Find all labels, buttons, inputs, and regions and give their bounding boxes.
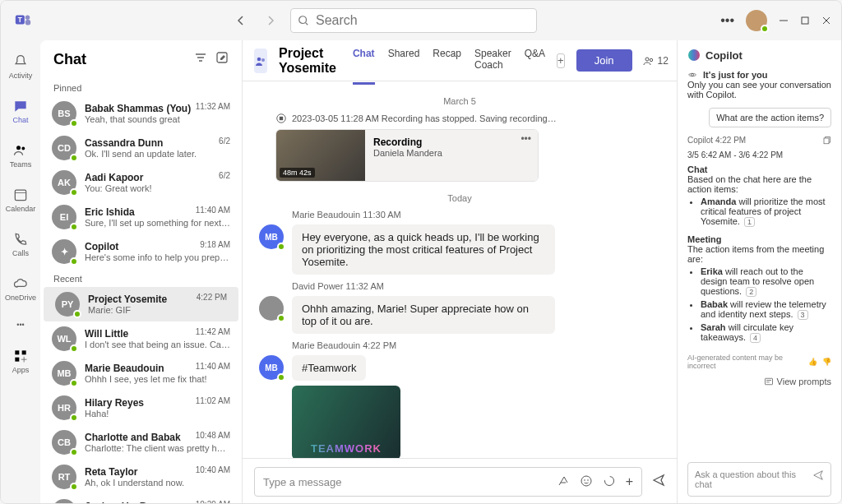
window-close-button[interactable] bbox=[821, 16, 831, 25]
recent-label: Recent bbox=[40, 269, 242, 287]
copy-button[interactable] bbox=[821, 136, 831, 147]
msg-meta: Marie Beaudouin 11:30 AM bbox=[292, 210, 660, 220]
time-range: 3/5 6:42 AM - 3/6 4:22 PM bbox=[687, 150, 831, 160]
tab-speaker-coach[interactable]: Speaker Coach bbox=[474, 36, 511, 85]
view-prompts-button[interactable]: View prompts bbox=[687, 377, 831, 386]
copilot-send-button[interactable] bbox=[812, 469, 824, 489]
search-icon bbox=[298, 15, 309, 26]
action-item: Babak will review the telemetry and iden… bbox=[701, 299, 831, 320]
tab-shared[interactable]: Shared bbox=[388, 36, 420, 85]
rail-calls[interactable]: Calls bbox=[1, 223, 40, 266]
avatar: MB bbox=[259, 224, 284, 249]
svg-rect-25 bbox=[824, 138, 829, 144]
rail-activity[interactable]: Activity bbox=[1, 45, 40, 88]
ai-disclaimer: AI-generated content may be incorrect bbox=[687, 354, 803, 370]
user-avatar[interactable] bbox=[746, 10, 767, 31]
tab-q&a[interactable]: Q&A bbox=[525, 36, 545, 85]
msg-meta: David Power 11:32 AM bbox=[292, 281, 660, 291]
tab-chat[interactable]: Chat bbox=[353, 36, 375, 85]
thumbs-down-button[interactable]: 👎 bbox=[822, 358, 831, 366]
chat-list-item[interactable]: AKAadi KapoorYou: Great work!6/2 bbox=[40, 165, 242, 200]
chat-list-item[interactable]: CBCharlotte and BabakCharlotte: The clie… bbox=[40, 425, 242, 460]
svg-point-2 bbox=[25, 16, 30, 20]
join-button[interactable]: Join bbox=[576, 49, 632, 72]
chat-list-item[interactable]: RTReta TaylorAh, ok I understand now.10:… bbox=[40, 460, 242, 494]
svg-point-4 bbox=[299, 16, 307, 24]
avatar: JV bbox=[52, 499, 76, 504]
avatar: ✦ bbox=[52, 239, 76, 264]
cloud-icon bbox=[12, 275, 29, 292]
rail-teams[interactable]: Teams bbox=[1, 134, 40, 177]
svg-point-21 bbox=[587, 479, 589, 481]
chat-list-item[interactable]: JVJoshua VanBurenThanks for reviewing!10… bbox=[40, 494, 242, 504]
nav-back-button[interactable] bbox=[229, 9, 252, 32]
chat-list-item[interactable]: WLWill LittleI don't see that being an i… bbox=[40, 321, 242, 356]
rail-chat[interactable]: Chat bbox=[1, 90, 40, 132]
add-tab-button[interactable]: + bbox=[557, 53, 565, 68]
search-placeholder: Search bbox=[316, 13, 358, 28]
thumbs-up-button[interactable]: 👍 bbox=[808, 358, 817, 366]
rail-more[interactable]: ••• bbox=[1, 312, 40, 338]
svg-rect-18 bbox=[280, 117, 283, 120]
filter-button[interactable] bbox=[194, 51, 207, 68]
chat-list-item[interactable]: PYProject YosemiteMarie: GIF4:22 PM bbox=[44, 287, 238, 321]
recording-more-button[interactable]: ••• bbox=[520, 133, 531, 145]
format-button[interactable] bbox=[557, 474, 570, 490]
rail-calendar[interactable]: Calendar bbox=[1, 178, 40, 221]
day-separator: March 5 bbox=[259, 96, 660, 106]
svg-rect-3 bbox=[25, 20, 30, 25]
gif-attachment[interactable]: TEAMWORK bbox=[292, 386, 400, 458]
action-item: Amanda Amanda will prioritize the most c… bbox=[701, 197, 831, 227]
avatar: CB bbox=[52, 430, 76, 455]
send-button[interactable] bbox=[652, 474, 665, 490]
chat-title: Chat bbox=[53, 51, 86, 68]
message-bubble: Ohhh amazing, Marie! Super appreciate ho… bbox=[292, 296, 555, 334]
chat-list-item[interactable]: HRHilary ReyesHaha!11:02 AM bbox=[40, 391, 242, 425]
copilot-title: Copilot bbox=[687, 49, 831, 62]
recording-thumbnail: 48m 42s bbox=[276, 130, 365, 181]
svg-point-16 bbox=[650, 58, 652, 61]
compose-button[interactable] bbox=[215, 51, 229, 68]
avatar: BS bbox=[52, 101, 76, 126]
svg-rect-10 bbox=[22, 350, 26, 354]
window-minimize-button[interactable] bbox=[779, 16, 789, 25]
copilot-input[interactable]: Ask a question about this chat bbox=[687, 462, 831, 497]
tab-recap[interactable]: Recap bbox=[433, 36, 461, 85]
svg-text:T: T bbox=[18, 16, 22, 24]
message-bubble: Hey everyone, as a quick heads up, I'll … bbox=[292, 224, 555, 275]
avatar: AK bbox=[52, 170, 76, 195]
participants-count[interactable]: 12 bbox=[642, 54, 669, 67]
more-ellipsis-button[interactable]: ••• bbox=[720, 13, 734, 28]
suggested-prompt[interactable]: What are the action items? bbox=[709, 108, 831, 127]
loop-button[interactable] bbox=[603, 474, 616, 490]
message-input[interactable]: Type a message + bbox=[254, 467, 642, 497]
svg-point-15 bbox=[645, 58, 649, 61]
attach-button[interactable]: + bbox=[626, 474, 633, 490]
chat-list-item[interactable]: MBMarie BeaudouinOhhh I see, yes let me … bbox=[40, 356, 242, 391]
emoji-button[interactable] bbox=[580, 474, 593, 490]
rail-onedrive[interactable]: OneDrive bbox=[1, 267, 40, 310]
phone-icon bbox=[12, 231, 29, 247]
svg-point-23 bbox=[688, 49, 700, 61]
window-maximize-button[interactable] bbox=[800, 16, 810, 25]
response-meta: Copilot 4:22 PM bbox=[687, 136, 746, 147]
chat-list-item[interactable]: EIEric IshidaSure, I'll set up something… bbox=[40, 200, 242, 234]
privacy-note: It's just for you Only you can see your … bbox=[687, 70, 831, 99]
svg-rect-11 bbox=[15, 358, 19, 362]
bell-icon bbox=[12, 53, 29, 70]
svg-point-20 bbox=[584, 479, 585, 481]
chat-list-item[interactable]: CDCassandra DunnOk. I'll send an update … bbox=[40, 131, 242, 165]
search-input[interactable]: Search bbox=[290, 8, 537, 33]
avatar: PY bbox=[55, 292, 80, 317]
avatar: RT bbox=[52, 465, 76, 489]
nav-forward-button[interactable] bbox=[259, 9, 282, 32]
chat-list-item[interactable]: ✦CopilotHere's some info to help you pre… bbox=[40, 234, 242, 269]
people-icon bbox=[12, 142, 29, 159]
recording-card[interactable]: 48m 42s ••• Recording Daniela Mandera bbox=[275, 129, 539, 182]
svg-point-19 bbox=[581, 476, 591, 486]
copilot-chat-header: Chat bbox=[687, 164, 831, 174]
rail-apps[interactable]: Apps bbox=[1, 340, 40, 382]
svg-rect-9 bbox=[15, 350, 19, 354]
message-bubble: #Teamwork bbox=[292, 355, 366, 381]
chat-list-item[interactable]: BSBabak Shammas (You)Yeah, that sounds g… bbox=[40, 96, 242, 131]
